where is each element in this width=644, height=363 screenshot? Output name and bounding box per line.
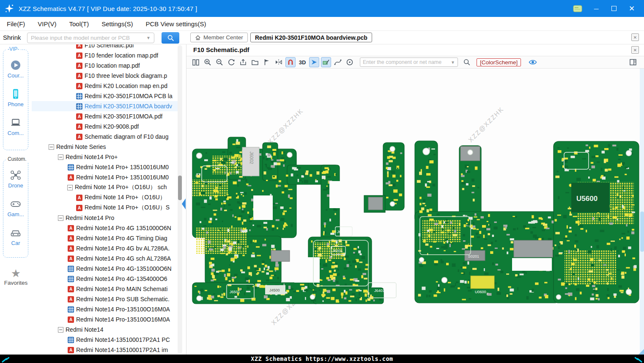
pdf-file-icon[interactable] (68, 347, 74, 353)
close-button[interactable]: ✕ (628, 5, 636, 12)
rotate-button[interactable] (226, 57, 236, 67)
collapse-expander-icon[interactable] (49, 144, 54, 150)
viewer-scrollbar-thumb[interactable] (640, 212, 644, 252)
pdf-file-icon[interactable] (76, 52, 82, 59)
tree-item[interactable]: Redmi Note14 Pro 4G-1351000O6N (32, 264, 178, 274)
tree-item[interactable]: Redmi Note14 Pro 4G bv AL7286A. (32, 243, 178, 253)
pcb-canvas[interactable]: XZZ@XZZHK XZZ@XZZHK XZZ@XZZHK (186, 69, 644, 355)
collapse-panel-arrow[interactable] (182, 198, 186, 209)
tree-item[interactable]: Redmi Note14 Pro 4G sch AL7286A (32, 253, 178, 264)
rail-item-car[interactable]: Car (10, 227, 22, 246)
layers-panel-button[interactable] (629, 58, 637, 66)
tree-item[interactable]: F10 fender location map.pdf (32, 50, 178, 60)
flag-button[interactable] (262, 57, 272, 67)
tree-item[interactable]: Redmi Note14 Pro+ 13510016UM0 (32, 172, 178, 182)
boardview-file-icon[interactable] (68, 306, 74, 313)
rail-item-computer[interactable]: Com... (8, 117, 24, 136)
tab-boardview-pcb[interactable]: Redmi K20-3501F10MOA boardview.pcb (250, 33, 372, 42)
boardview-file-icon[interactable] (68, 276, 74, 282)
tree-item[interactable]: Redmi Note14-135100017P2A1 im (32, 345, 178, 355)
menu-tool[interactable]: Tool(T) (69, 20, 89, 28)
pdf-file-icon[interactable] (68, 256, 74, 262)
pdf-file-icon[interactable] (68, 235, 74, 242)
pdf-file-icon[interactable] (76, 63, 82, 69)
tree-scrollbar-thumb[interactable] (178, 176, 182, 200)
tree-item[interactable]: Redmi K20-9008.pdf (32, 121, 178, 132)
tree-item[interactable]: Redmi Note14 Pro 4G-1354000O6 (32, 274, 178, 284)
menu-settings[interactable]: Settings(S) (101, 20, 133, 28)
measure-curve-button[interactable] (333, 57, 343, 67)
collapse-expander-icon[interactable] (67, 185, 73, 190)
chevron-down-icon[interactable]: ▼ (146, 36, 151, 40)
collapse-expander-icon[interactable] (58, 327, 63, 333)
tree-group[interactable]: Redmi Note14 (32, 324, 178, 335)
tree-item[interactable]: Redmi K20 Location map en.pd (32, 81, 178, 91)
recharge-card-icon[interactable] (573, 5, 582, 12)
tree-item[interactable]: F10 three level block diagram.p (32, 71, 178, 81)
tree-item[interactable]: Redmi Note14 Pro SUB Schematic. (32, 294, 178, 304)
model-search-input[interactable] (31, 35, 145, 41)
pdf-file-icon[interactable] (76, 73, 82, 79)
tree-item[interactable]: F10 Schematic.pdf (32, 44, 178, 50)
menu-pcb-view-settings[interactable]: PCB View settings(S) (145, 20, 206, 28)
close-tab-row2-icon[interactable]: ✕ (631, 46, 639, 54)
tree-item[interactable]: Redmi Note14 Pro-135100O16M0A (32, 304, 178, 314)
tree-group[interactable]: Redmi Note14 Pro+ (32, 152, 178, 162)
threed-view-button[interactable]: 3D (297, 57, 307, 67)
visibility-eye-icon[interactable] (529, 59, 537, 66)
rail-item-course[interactable]: Cour... (8, 59, 24, 79)
tree-item[interactable]: Redmi Note 14 Pro+（O16U）S (32, 203, 178, 213)
tree-item[interactable]: Redmi Note14 Pro 4G Timing Diag (32, 233, 178, 243)
rail-item-game[interactable]: Gam... (7, 198, 24, 217)
pdf-file-icon[interactable] (68, 296, 74, 302)
tree-group[interactable]: Redmi Note14 Pro (32, 213, 178, 223)
collapse-expander-icon[interactable] (58, 154, 63, 160)
component-search-box[interactable]: ▼ (360, 58, 458, 67)
pdf-file-icon[interactable] (76, 113, 82, 120)
zoom-in-button[interactable] (203, 57, 213, 67)
pdf-file-icon[interactable] (76, 195, 82, 201)
rail-item-drone[interactable]: Drone (8, 169, 23, 189)
viewer-scrollbar[interactable] (640, 69, 644, 355)
component-search-input[interactable] (363, 59, 449, 65)
rail-item-favorites[interactable]: ★ Favorites (0, 268, 32, 286)
tree-item[interactable]: Redmi Note14 Pro-135100O16M0A (32, 314, 178, 324)
tree-item[interactable]: Schematic diagram of F10 daug (32, 132, 178, 142)
tab-f10-schematic[interactable]: F10 Schematic.pdf (193, 46, 249, 53)
component-edit-button[interactable] (321, 57, 331, 67)
pdf-file-icon[interactable] (76, 83, 82, 89)
tree-item[interactable]: F10 location map.pdf (32, 60, 178, 71)
boardview-file-icon[interactable] (76, 103, 82, 110)
pdf-file-icon[interactable] (76, 205, 82, 211)
shrink-button[interactable]: Shrink (3, 34, 21, 41)
pdf-file-icon[interactable] (68, 225, 74, 231)
menu-vip[interactable]: VIP(V) (38, 20, 56, 28)
tree-group[interactable]: Redmi Note Series (32, 142, 178, 152)
tree-item[interactable]: Redmi Note14-135100017P2A1 PC (32, 335, 178, 345)
pdf-file-icon[interactable] (68, 286, 74, 292)
tree-group[interactable]: Redmi Note 14 Pro+（O16U） sch (32, 182, 178, 192)
pdf-file-icon[interactable] (76, 44, 82, 49)
collapse-expander-icon[interactable] (58, 215, 63, 221)
tree-item[interactable]: Redmi K20-3501F10MOA PCB la (32, 91, 178, 101)
close-tab-row1-icon[interactable]: ✕ (631, 33, 639, 41)
tree-item[interactable]: Redmi K20-3501F10MOA.pdf (32, 111, 178, 121)
boardview-file-icon[interactable] (68, 337, 74, 343)
mirror-button[interactable] (274, 57, 284, 67)
menu-file[interactable]: File(F) (7, 20, 25, 28)
colorscheme-button[interactable]: [ColorScheme] (477, 58, 521, 66)
tab-member-center[interactable]: Member Center (190, 33, 248, 42)
minimize-button[interactable]: ─ (592, 5, 600, 12)
model-search-box[interactable]: ▼ (27, 33, 154, 43)
chevron-down-icon[interactable]: ▼ (451, 60, 455, 65)
flip-bottom-button[interactable] (250, 57, 260, 67)
maximize-button[interactable] (610, 5, 618, 12)
pan-button[interactable] (345, 57, 355, 67)
tree-item[interactable]: Redmi Note 14 Pro+（O16U） (32, 192, 178, 203)
tree-item[interactable]: Redmi Note14 Pro MAIN Schemati (32, 284, 178, 294)
select-arrow-button[interactable] (309, 57, 319, 67)
pdf-file-icon[interactable] (68, 174, 74, 181)
pdf-file-icon[interactable] (76, 124, 82, 130)
component-search-button[interactable] (463, 58, 471, 66)
search-button[interactable] (162, 32, 179, 44)
